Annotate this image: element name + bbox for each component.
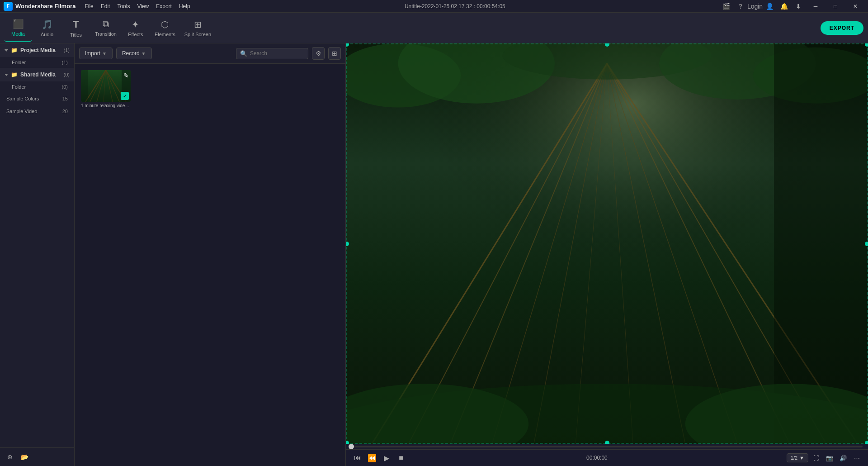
shared-media-title: Shared Media	[20, 71, 56, 78]
toolbar-transition[interactable]: ⧉ Transition	[91, 14, 120, 42]
menu-view[interactable]: View	[137, 3, 149, 10]
record-dropdown-arrow: ▼	[142, 51, 146, 56]
sample-video-count: 20	[62, 109, 68, 114]
volume-button[interactable]: 🔊	[837, 452, 849, 464]
project-media-folder-icon: 📁	[11, 47, 18, 53]
menu-file[interactable]: File	[85, 3, 93, 10]
search-box: 🔍	[236, 48, 308, 59]
folder-bottom-icon[interactable]: 📂	[19, 452, 30, 462]
shared-media-folder-icon: 📁	[11, 71, 18, 78]
project-media-folder[interactable]: Folder (1)	[0, 57, 74, 68]
menu-items: File Edit Tools View Export Help	[85, 3, 190, 10]
split-screen-label: Split Screen	[184, 32, 211, 37]
shared-media-header[interactable]: 📁 Shared Media (0)	[0, 68, 74, 81]
media-thumbnail-0: ✎ ✓	[81, 70, 131, 102]
minimize-button[interactable]: ─	[807, 0, 825, 13]
project-folder-label: Folder	[12, 60, 26, 65]
sample-colors-item[interactable]: Sample Colors 15	[0, 92, 74, 105]
media-label: Media	[11, 31, 25, 37]
media-grid: ✎ ✓ 1 minute relaxing video ...	[75, 64, 345, 466]
snapshot-button[interactable]: 📷	[824, 452, 835, 464]
project-media-header[interactable]: 📁 Project Media (1)	[0, 43, 74, 57]
window-title: Untitle-2022-01-25 02 17 32 : 00:00:54:0…	[190, 3, 720, 10]
settings-button[interactable]: ⋯	[851, 452, 863, 464]
sample-colors-label: Sample Colors	[6, 96, 39, 101]
toolbar-elements[interactable]: ⬡ Elements	[151, 14, 179, 42]
preview-panel: ⏮ ⏪ ▶ ■ 00:00:00 1/2 ▼ ⛶ 📷 🔊 ⋯	[346, 43, 868, 466]
notification-icon[interactable]: 🔔	[778, 0, 790, 13]
toolbar-audio[interactable]: 🎵 Audio	[33, 14, 61, 42]
menu-tools[interactable]: Tools	[117, 3, 130, 10]
play-button[interactable]: ▶	[380, 452, 393, 464]
menu-edit[interactable]: Edit	[101, 3, 110, 10]
import-button[interactable]: Import ▼	[79, 48, 113, 59]
preview-background	[346, 43, 868, 444]
app-brand: F Wondershare Filmora	[4, 2, 75, 11]
menu-help[interactable]: Help	[179, 3, 190, 10]
transition-label: Transition	[95, 31, 117, 37]
app-logo: F	[4, 2, 13, 11]
frame-back-button[interactable]: ⏪	[366, 452, 378, 464]
app-name: Wondershare Filmora	[15, 3, 75, 10]
question-icon[interactable]: ?	[734, 0, 747, 13]
fullscreen-button[interactable]: ⛶	[810, 452, 822, 464]
thumb-check-0: ✓	[121, 92, 129, 100]
media-item-0[interactable]: ✎ ✓ 1 minute relaxing video ...	[81, 70, 131, 108]
login-button[interactable]: Login	[749, 0, 761, 13]
preview-progress-track[interactable]	[351, 446, 863, 447]
quality-dropdown-arrow: ▼	[799, 455, 804, 461]
split-screen-icon: ⊞	[194, 19, 202, 30]
export-button[interactable]: EXPORT	[821, 21, 863, 35]
media-icon: ⬛	[13, 19, 24, 29]
shared-folder-count: (0)	[62, 84, 68, 90]
record-button[interactable]: Record ▼	[116, 48, 152, 59]
elements-label: Elements	[155, 32, 175, 37]
project-media-title: Project Media	[20, 47, 56, 53]
project-media-header-left: 📁 Project Media	[5, 47, 56, 53]
shared-media-header-left: 📁 Shared Media	[5, 71, 56, 78]
filmora-icon: 🎬	[720, 0, 732, 13]
sample-colors-count: 15	[62, 96, 68, 101]
shared-media-section: 📁 Shared Media (0) Folder (0)	[0, 68, 74, 92]
download-icon[interactable]: ⬇	[792, 0, 805, 13]
filter-button[interactable]: ⚙	[312, 47, 325, 60]
svg-rect-9	[81, 70, 88, 102]
prev-frame-button[interactable]: ⏮	[351, 452, 364, 464]
grid-view-button[interactable]: ⊞	[328, 47, 341, 60]
window-right-controls: 🎬 ? Login 👤 🔔 ⬇ ─ □ ✕	[720, 0, 864, 13]
menu-export[interactable]: Export	[156, 3, 172, 10]
preview-forest-scene	[346, 43, 868, 444]
preview-progress-thumb[interactable]	[349, 444, 354, 449]
close-button[interactable]: ✕	[846, 0, 864, 13]
maximize-button[interactable]: □	[826, 0, 844, 13]
panel-bottom-actions: ⊕ 📂	[0, 447, 74, 466]
effects-label: Effects	[128, 32, 143, 37]
project-media-section: 📁 Project Media (1) Folder (1)	[0, 43, 74, 68]
search-input[interactable]	[250, 50, 304, 57]
shared-media-chevron	[5, 74, 8, 76]
add-media-bottom-icon[interactable]: ⊕	[5, 452, 15, 462]
media-library-panel: Import ▼ Record ▼ 🔍 ⚙ ⊞	[75, 43, 346, 466]
search-icon: 🔍	[240, 50, 247, 57]
toolbar-effects[interactable]: ✦ Effects	[122, 14, 149, 42]
shared-media-folder[interactable]: Folder (0)	[0, 81, 74, 92]
main-content: 📁 Project Media (1) Folder (1) 📁 Shared …	[0, 43, 868, 466]
audio-icon: 🎵	[42, 19, 53, 30]
audio-label: Audio	[41, 32, 53, 37]
quality-selector[interactable]: 1/2 ▼	[787, 453, 808, 462]
svg-rect-29	[774, 43, 868, 444]
shared-media-count: (0)	[64, 72, 70, 77]
sample-video-item[interactable]: Sample Video 20	[0, 105, 74, 118]
elements-icon: ⬡	[161, 19, 169, 30]
toolbar-split-screen[interactable]: ⊞ Split Screen	[181, 14, 215, 42]
project-media-chevron	[5, 49, 8, 52]
thumb-edit-icon: ✎	[123, 72, 129, 79]
shared-folder-label: Folder	[12, 84, 26, 90]
stop-button[interactable]: ■	[395, 452, 407, 464]
menubar: F Wondershare Filmora File Edit Tools Vi…	[0, 0, 868, 13]
titles-icon: T	[73, 19, 79, 30]
toolbar-titles[interactable]: T Titles	[62, 14, 90, 42]
toolbar-media[interactable]: ⬛ Media	[5, 14, 32, 42]
account-icon[interactable]: 👤	[763, 0, 776, 13]
main-toolbar: ⬛ Media 🎵 Audio T Titles ⧉ Transition ✦ …	[0, 13, 868, 43]
